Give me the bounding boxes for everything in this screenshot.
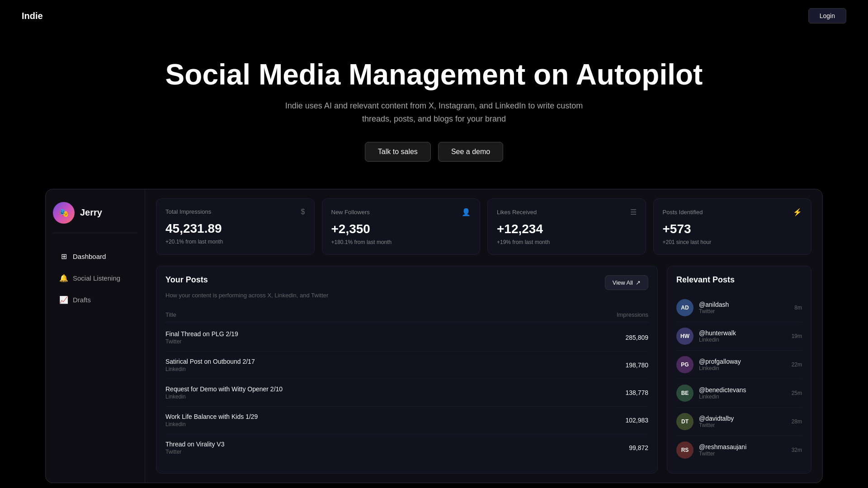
rel-time: 25m — [792, 390, 802, 396]
stat-icon-likes-received: ☰ — [630, 208, 637, 216]
stat-label-posts-identified: Posts Identified — [663, 209, 703, 216]
stat-icon-total-impressions: $ — [301, 208, 305, 216]
hero-buttons: Talk to sales See a demo — [22, 142, 846, 162]
stat-value-total-impressions: 45,231.89 — [165, 221, 305, 236]
stat-change-likes-received: +19% from last month — [497, 239, 637, 245]
rel-platform: Linkedin — [699, 365, 786, 371]
rel-platform: Twitter — [699, 450, 786, 457]
user-section: 🎭 Jerry — [53, 202, 137, 233]
bell-icon: 🔔 — [59, 274, 68, 283]
dashboard-icon: ⊞ — [59, 252, 68, 261]
post-title: Final Thread on PLG 2/19 — [165, 330, 594, 338]
your-posts-title: Your Posts — [165, 275, 208, 285]
rel-handle: @hunterwalk — [699, 329, 786, 337]
post-impressions: 99,872 — [594, 444, 648, 451]
rel-platform: Linkedin — [699, 337, 786, 343]
your-posts-card: Your Posts View All ↗ How your content i… — [156, 266, 658, 474]
view-all-button[interactable]: View All ↗ — [605, 275, 648, 290]
see-demo-button[interactable]: See a demo — [438, 142, 503, 162]
rel-handle: @reshmasaujani — [699, 443, 786, 450]
post-platform: Twitter — [165, 338, 594, 345]
dashboard-card: 🎭 Jerry ⊞ Dashboard 🔔 Social Listening 📈… — [45, 189, 823, 483]
rel-time: 32m — [792, 447, 802, 453]
posts-table-body: Final Thread on PLG 2/19 Twitter 285,809… — [165, 324, 648, 461]
sidebar-item-label-drafts: Drafts — [73, 296, 91, 304]
rel-info: @davidtalby Twitter — [699, 415, 786, 428]
list-item[interactable]: AD @anildash Twitter 8m — [676, 294, 802, 322]
bottom-row: Your Posts View All ↗ How your content i… — [156, 266, 811, 474]
rel-handle: @davidtalby — [699, 415, 786, 422]
table-row: Work Life Balance with Kids 1/29 Linkedi… — [165, 407, 648, 434]
relevant-posts-body: AD @anildash Twitter 8m HW @hunterwalk L… — [676, 294, 802, 464]
rel-handle: @anildash — [699, 301, 789, 308]
list-item[interactable]: PG @profgalloway Linkedin 22m — [676, 351, 802, 379]
talk-to-sales-button[interactable]: Talk to sales — [365, 142, 431, 162]
user-name: Jerry — [80, 207, 102, 218]
list-item[interactable]: HW @hunterwalk Linkedin 19m — [676, 322, 802, 351]
table-row: Satirical Post on Outbound 2/17 Linkedin… — [165, 352, 648, 379]
navbar: Indie Login — [0, 0, 868, 32]
hero-section: Social Media Management on Autopilot Ind… — [0, 32, 868, 180]
post-title: Request for Demo with Witty Opener 2/10 — [165, 385, 594, 393]
stat-card-posts-identified: Posts Identified ⚡ +573 +201 since last … — [653, 198, 812, 255]
col-impressions-header: Impressions — [594, 311, 648, 318]
rel-avatar: HW — [676, 328, 693, 345]
post-title: Thread on Virality V3 — [165, 441, 594, 448]
stat-label-total-impressions: Total Impressions — [165, 208, 211, 215]
sidebar-item-dashboard[interactable]: ⊞ Dashboard — [53, 248, 137, 266]
list-item[interactable]: BE @benedictevans Linkedin 25m — [676, 379, 802, 408]
post-platform: Linkedin — [165, 421, 594, 427]
stat-value-new-followers: +2,350 — [331, 222, 471, 236]
logo: Indie — [22, 11, 43, 21]
rel-avatar: PG — [676, 356, 693, 373]
chart-icon: 📈 — [59, 296, 68, 305]
rel-avatar: RS — [676, 441, 693, 459]
rel-info: @reshmasaujani Twitter — [699, 443, 786, 457]
sidebar-item-social-listening[interactable]: 🔔 Social Listening — [53, 269, 137, 287]
stat-card-total-impressions: Total Impressions $ 45,231.89 +20.1% fro… — [156, 198, 315, 255]
sidebar-item-drafts[interactable]: 📈 Drafts — [53, 291, 137, 309]
stat-icon-posts-identified: ⚡ — [793, 208, 802, 216]
external-link-icon: ↗ — [636, 279, 641, 286]
rel-handle: @profgalloway — [699, 358, 786, 365]
table-row: Final Thread on PLG 2/19 Twitter 285,809 — [165, 324, 648, 352]
stat-value-likes-received: +12,234 — [497, 222, 637, 236]
rel-time: 28m — [792, 418, 802, 425]
rel-info: @benedictevans Linkedin — [699, 386, 786, 400]
view-all-label: View All — [613, 279, 633, 286]
stat-change-total-impressions: +20.1% from last month — [165, 239, 305, 245]
stat-card-likes-received: Likes Received ☰ +12,234 +19% from last … — [487, 198, 646, 255]
rel-avatar: DT — [676, 413, 693, 430]
list-item[interactable]: RS @reshmasaujani Twitter 32m — [676, 436, 802, 464]
sidebar: 🎭 Jerry ⊞ Dashboard 🔔 Social Listening 📈… — [46, 189, 145, 483]
rel-platform: Twitter — [699, 308, 789, 314]
login-button[interactable]: Login — [808, 8, 846, 23]
rel-avatar: AD — [676, 299, 693, 316]
post-impressions: 285,809 — [594, 334, 648, 341]
post-impressions: 102,983 — [594, 417, 648, 424]
table-row: Thread on Virality V3 Twitter 99,872 — [165, 434, 648, 461]
rel-info: @hunterwalk Linkedin — [699, 329, 786, 343]
post-impressions: 138,778 — [594, 389, 648, 396]
avatar: 🎭 — [53, 202, 75, 224]
relevant-posts-title: Relevant Posts — [676, 275, 802, 285]
post-platform: Linkedin — [165, 366, 594, 372]
relevant-posts-card: Relevant Posts AD @anildash Twitter 8m H… — [667, 266, 811, 474]
stat-label-likes-received: Likes Received — [497, 209, 537, 216]
stat-change-new-followers: +180.1% from last month — [331, 239, 471, 245]
stat-icon-new-followers: 👤 — [462, 208, 471, 216]
rel-time: 22m — [792, 361, 802, 368]
rel-avatar: BE — [676, 385, 693, 402]
list-item[interactable]: DT @davidtalby Twitter 28m — [676, 408, 802, 436]
stat-change-posts-identified: +201 since last hour — [663, 239, 802, 245]
rel-time: 19m — [792, 333, 802, 339]
post-impressions: 198,780 — [594, 361, 648, 369]
rel-time: 8m — [794, 305, 802, 311]
stats-row: Total Impressions $ 45,231.89 +20.1% fro… — [156, 198, 811, 255]
rel-handle: @benedictevans — [699, 386, 786, 394]
stat-value-posts-identified: +573 — [663, 222, 802, 236]
main-content: Total Impressions $ 45,231.89 +20.1% fro… — [145, 189, 822, 483]
sidebar-item-label-social-listening: Social Listening — [73, 274, 120, 282]
posts-table-header: Title Impressions — [165, 308, 648, 322]
hero-subtitle: Indie uses AI and relevant content from … — [271, 99, 597, 126]
